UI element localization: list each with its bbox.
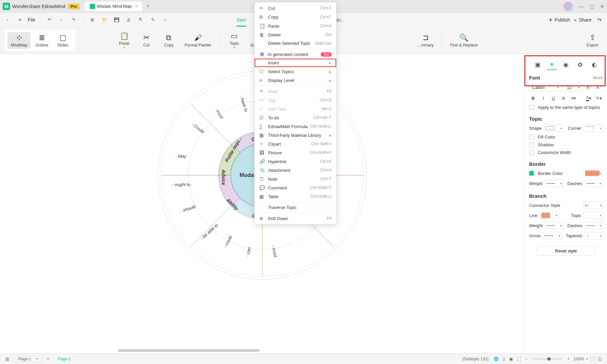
font-increase-button[interactable]: A⁺ — [585, 83, 593, 91]
share-button[interactable]: ∝ Share — [574, 17, 591, 23]
bordercolor-select[interactable]: ▾ — [583, 170, 603, 177]
ctx-paste[interactable]: 📋PasteCtrl+V — [255, 22, 336, 30]
ctx-traverse-topic[interactable]: Traverse Topic — [255, 203, 336, 212]
font-family-select[interactable]: Calibri▾ — [529, 84, 562, 91]
ctx-note[interactable]: 🗒NoteCtrl+T — [255, 175, 336, 183]
linecolor-select[interactable]: ▾ — [540, 212, 559, 219]
document-tab[interactable]: Modals Mind Map × — [85, 2, 142, 11]
ctx-ai-generated-content[interactable]: AI generated contentHot — [255, 50, 336, 59]
font-decrease-button[interactable]: A⁻ — [595, 83, 603, 91]
file-menu[interactable]: File — [28, 17, 35, 23]
view-slides[interactable]: ▢Slides — [53, 32, 73, 49]
ctx-table[interactable]: ▦TableCtrl+Shift+J — [255, 192, 336, 201]
panel-tab-layout-icon[interactable]: ▣ — [532, 59, 543, 70]
arrow-select[interactable]: ▾ — [543, 232, 562, 239]
sb-view1-icon[interactable]: ▯ — [501, 356, 507, 362]
fullscreen-button[interactable]: ⛶ — [588, 356, 596, 362]
ctx-drill-down[interactable]: ⊕Drill DownF4 — [255, 214, 336, 223]
ctx-hyperlink[interactable]: 🔗HyperlinkCtrl+K — [255, 157, 336, 166]
canvas-scrollbar[interactable] — [118, 349, 260, 352]
new-tab-button[interactable]: + — [146, 3, 150, 10]
ctx-clipart[interactable]: ✧ClipartCtrl+Shift+I — [255, 140, 336, 148]
font-more-link[interactable]: More — [593, 75, 603, 80]
save-button[interactable]: 💾 — [112, 16, 121, 24]
ribbon-export[interactable]: ⇪Export — [583, 32, 602, 49]
ctx-comment[interactable]: 💬CommentCtrl+Shift+T — [255, 183, 336, 192]
ctx-delete-selected-topic[interactable]: Delete Selected TopicShift+Del — [255, 39, 336, 48]
strike-button[interactable]: S — [559, 94, 568, 102]
custwidth-checkbox[interactable] — [529, 150, 534, 155]
add-page-button[interactable]: + — [45, 356, 51, 362]
panel-tab-outline-icon[interactable]: ✿ — [575, 59, 586, 70]
print-button[interactable]: 🖨 — [124, 16, 133, 24]
ctx-tag[interactable]: 🏷TagCtrl+G — [255, 96, 336, 104]
new-button[interactable]: ⊞ — [88, 16, 97, 24]
align-button[interactable]: ≡▾ — [570, 94, 578, 102]
italic-button[interactable]: I — [539, 94, 547, 102]
ctx-mark[interactable]: ⚑MarkF9 — [255, 87, 336, 96]
o-ought[interactable]: - ought to — [172, 182, 191, 187]
menu-icon[interactable]: ≡ — [16, 16, 24, 24]
sb-fit-icon[interactable]: ⛶ — [515, 356, 523, 362]
apply-same-checkbox[interactable] — [529, 105, 534, 110]
ctx-display-level[interactable]: ≡Display Level▸ — [255, 76, 336, 85]
font-size-select[interactable]: 12▾ — [564, 84, 583, 91]
o-may[interactable]: - May — [175, 154, 186, 159]
fillcolor-checkbox[interactable] — [529, 135, 534, 140]
mid-advice[interactable]: Advice — [221, 170, 226, 185]
ribbon-find-replace[interactable]: 🔍Find & Replace — [447, 32, 481, 49]
back-button[interactable]: ‹ — [3, 16, 12, 24]
current-page[interactable]: Page-1 — [58, 357, 71, 361]
sb-view2-icon[interactable]: ▣ — [507, 356, 515, 362]
avatar[interactable] — [563, 2, 573, 11]
collapse-panel-button[interactable]: › — [520, 63, 525, 72]
ctx-copy[interactable]: ⧉CopyCtrl+C — [255, 12, 336, 22]
maximize-button[interactable]: ▢ — [590, 4, 594, 9]
connstyle-select[interactable]: ⊢▾ — [583, 202, 603, 209]
panel-tab-tag-icon[interactable]: ◉ — [560, 59, 571, 70]
undo-dropdown[interactable]: ▾ — [57, 16, 66, 24]
help-button[interactable]: ?▾ — [595, 16, 604, 24]
page-selector[interactable]: Page-1▾ — [13, 356, 43, 362]
ctx-attachment[interactable]: 📎AttachmentCtrl+H — [255, 166, 336, 175]
open-button[interactable]: 📁 — [100, 16, 109, 24]
panel-tab-style-icon[interactable]: ✦ — [546, 59, 557, 70]
bordercolor-checkbox[interactable] — [529, 171, 534, 176]
ctx-picture[interactable]: 🖼PictureCtrl+Shift+P — [255, 148, 336, 157]
dashes-select[interactable]: ▾ — [584, 180, 603, 187]
bold-button[interactable]: B — [529, 94, 537, 102]
weight-select[interactable]: ▾ — [545, 180, 563, 187]
sb-globe-icon[interactable]: 🌐 — [492, 356, 501, 362]
ribbon-topic[interactable]: ▭Topic▾ — [225, 30, 244, 51]
edit-button[interactable]: ✎ — [149, 16, 157, 24]
ctx-third-party-material-library[interactable]: ▦Third-Party Material Library▸ — [255, 131, 336, 140]
zoom-out-button[interactable]: − — [523, 356, 529, 362]
underline-button[interactable]: U — [549, 94, 557, 102]
ribbon-cut[interactable]: ✂Cut — [137, 32, 156, 49]
branchtopic-select[interactable]: ▾ — [583, 212, 603, 219]
ctx-to-do[interactable]: ☑To-doCtrl+Alt+T — [255, 113, 336, 122]
shadow-checkbox[interactable] — [529, 143, 534, 147]
ctx-select-topics[interactable]: ☐Select Topics▸ — [255, 67, 336, 76]
shape-select[interactable]: ▾ — [544, 124, 563, 132]
sb-last-icon[interactable]: ◫ — [596, 356, 604, 362]
highlight-button[interactable]: ✎▾ — [595, 94, 603, 102]
minimize-button[interactable]: — — [579, 4, 584, 9]
export-button[interactable]: ⇱ — [137, 16, 145, 24]
ribbon-summary[interactable]: ⊐...mmary — [414, 32, 437, 49]
ctx-cut[interactable]: ✂CutCtrl+X — [255, 4, 336, 12]
close-button[interactable]: ✕ — [600, 4, 604, 9]
view-mindmap[interactable]: ⊹MindMap — [7, 32, 31, 49]
ctx-insert[interactable]: Insert▸ — [255, 59, 336, 67]
panel-tab-history-icon[interactable]: ◐ — [589, 59, 600, 70]
pages-icon[interactable]: ▥ — [3, 356, 11, 362]
font-color-button[interactable]: A▾ — [585, 94, 593, 102]
redo-button[interactable]: ↷ — [69, 16, 78, 24]
zoom-slider[interactable] — [532, 358, 562, 360]
zoom-in-button[interactable]: + — [565, 356, 572, 362]
ctx-edrawmath-formula[interactable]: ∑EdrawMath FormulaCtrl+Shift+L — [255, 122, 336, 131]
reset-style-button[interactable]: Reset style — [537, 246, 596, 256]
branch-weight-select[interactable]: ▾ — [545, 222, 563, 229]
view-outline[interactable]: ≣Outline — [32, 32, 52, 49]
edit-dropdown[interactable]: ▾ — [161, 16, 170, 24]
